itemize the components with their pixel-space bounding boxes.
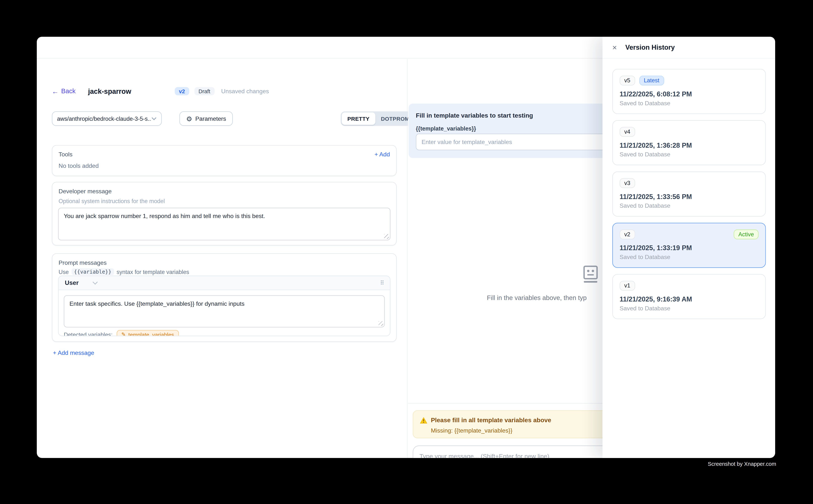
unsaved-changes-label: Unsaved changes (221, 88, 269, 94)
page-header: ← Back jack-sparrow v2 Draft Unsaved cha… (52, 86, 269, 96)
version-history-panel: × Version History v5 Latest 11/22/2025, … (602, 37, 775, 458)
app-window: ← Back jack-sparrow v2 Draft Unsaved cha… (37, 37, 775, 458)
tools-label: Tools (59, 151, 72, 157)
version-status-badge: Active (734, 229, 759, 239)
prompt-messages-card: Prompt messages Use {{variable}} syntax … (52, 253, 397, 342)
version-number-badge: v2 (620, 229, 635, 239)
version-card[interactable]: v3 11/21/2025, 1:33:56 PM Saved to Datab… (613, 172, 766, 217)
version-history-header: × Version History (602, 37, 775, 59)
warning-missing-text: Missing: {{template_variables}} (431, 427, 512, 434)
chevron-down-icon (151, 117, 156, 120)
add-message-button[interactable]: + Add message (53, 350, 94, 356)
robot-icon (581, 265, 600, 284)
draft-badge: Draft (194, 87, 215, 95)
toggle-pretty[interactable]: PRETTY (342, 112, 375, 125)
developer-message-card: Developer message Optional system instru… (52, 182, 397, 246)
variable-name-label: {{template_variables}} (416, 125, 476, 132)
parameters-button[interactable]: ⚙ Parameters (179, 111, 233, 126)
role-select[interactable]: User (65, 279, 98, 286)
variables-banner-title: Fill in template variables to start test… (416, 112, 533, 119)
prompt-editor-panel: ← Back jack-sparrow v2 Draft Unsaved cha… (37, 59, 407, 458)
version-number-badge: v1 (620, 281, 635, 290)
user-message-input[interactable]: Enter task specifics. Use {{template_var… (64, 296, 384, 327)
version-card[interactable]: v1 11/21/2025, 9:16:39 AM Saved to Datab… (613, 274, 766, 319)
version-badges-row: v4 (620, 126, 759, 137)
version-number-badge: v5 (620, 75, 635, 85)
tools-empty-text: No tools added (59, 163, 99, 169)
version-badges-row: v2 Active (620, 229, 759, 239)
version-date: 11/22/2025, 6:08:12 PM (620, 90, 759, 98)
role-label: User (65, 279, 79, 286)
page-title: jack-sparrow (88, 87, 131, 95)
warning-title: Please fill in all template variables ab… (431, 416, 551, 424)
screenshot-stage: ← Back jack-sparrow v2 Draft Unsaved cha… (0, 0, 813, 504)
syntax-hint-suffix: syntax for template variables (116, 269, 189, 275)
version-date: 11/21/2025, 1:33:56 PM (620, 193, 759, 200)
resize-grip-icon[interactable] (378, 321, 383, 326)
version-badges-row: v1 (620, 280, 759, 291)
detected-variables-row: Detected variables: ✎ template_variables (64, 330, 179, 336)
warning-title-row: Please fill in all template variables ab… (420, 416, 551, 424)
prompt-messages-label: Prompt messages (59, 260, 107, 266)
gear-icon: ⚙ (186, 115, 192, 122)
model-select-value: aws/anthropic/bedrock-claude-3-5-s... (57, 116, 151, 122)
version-list: v5 Latest 11/22/2025, 6:08:12 PM Saved t… (613, 69, 766, 458)
add-tool-button[interactable]: + Add (375, 151, 390, 157)
version-date: 11/21/2025, 1:33:19 PM (620, 244, 759, 252)
resize-grip-icon[interactable] (384, 234, 389, 239)
drag-handle-icon[interactable]: ⠿ (380, 280, 384, 286)
back-label: Back (61, 88, 76, 95)
message-card: User ⠿ Enter task specifics. Use {{templ… (58, 276, 390, 336)
warning-triangle-icon (420, 417, 427, 424)
message-header: User ⠿ (59, 276, 390, 290)
syntax-hint-prefix: Use (59, 269, 69, 275)
version-badge: v2 (175, 87, 189, 95)
syntax-hint: Use {{variable}} syntax for template var… (59, 268, 189, 275)
version-saved-label: Saved to Database (620, 100, 759, 106)
variable-syntax-chip: {{variable}} (71, 268, 114, 275)
developer-message-label: Developer message (59, 188, 112, 194)
tools-card: Tools + Add No tools added (52, 145, 397, 176)
version-card[interactable]: v2 Active 11/21/2025, 1:33:19 PM Saved t… (613, 223, 766, 268)
version-saved-label: Saved to Database (620, 254, 759, 260)
version-card[interactable]: v4 11/21/2025, 1:36:28 PM Saved to Datab… (613, 120, 766, 165)
watermark-text: Screenshot by Xnapper.com (708, 461, 776, 467)
version-badges-row: v5 Latest (620, 75, 759, 85)
detected-variables-label: Detected variables: (64, 332, 112, 336)
developer-message-field-wrap: You are jack sparrow number 1, respond a… (58, 208, 390, 240)
version-card[interactable]: v5 Latest 11/22/2025, 6:08:12 PM Saved t… (613, 69, 766, 114)
version-saved-label: Saved to Database (620, 305, 759, 311)
model-toolbar: aws/anthropic/bedrock-claude-3-5-s... ⚙ … (52, 111, 401, 126)
version-badges-row: v3 (620, 178, 759, 188)
version-saved-label: Saved to Database (620, 203, 759, 209)
parameters-label: Parameters (195, 116, 226, 122)
version-status-badge: Latest (639, 75, 664, 85)
back-arrow-icon: ← (52, 88, 59, 95)
developer-message-input[interactable]: You are jack sparrow number 1, respond a… (59, 208, 390, 240)
detected-variable-name: template_variables (128, 332, 174, 336)
version-saved-label: Saved to Database (620, 151, 759, 157)
version-date: 11/21/2025, 1:36:28 PM (620, 141, 759, 149)
close-icon[interactable]: × (613, 44, 621, 51)
developer-message-hint: Optional system instructions for the mod… (59, 198, 165, 204)
version-date: 11/21/2025, 9:16:39 AM (620, 295, 759, 303)
chevron-down-icon (92, 281, 98, 285)
version-number-badge: v4 (620, 127, 635, 136)
detected-variable-chip[interactable]: ✎ template_variables (117, 330, 179, 336)
version-history-title: Version History (625, 44, 675, 51)
version-number-badge: v3 (620, 178, 635, 188)
model-select[interactable]: aws/anthropic/bedrock-claude-3-5-s... (52, 111, 162, 126)
back-button[interactable]: ← Back (52, 88, 76, 95)
user-message-field-wrap: Enter task specifics. Use {{template_var… (64, 295, 385, 327)
empty-state-caption: Fill in the variables above, then typ (487, 294, 587, 301)
pencil-icon: ✎ (121, 332, 126, 336)
